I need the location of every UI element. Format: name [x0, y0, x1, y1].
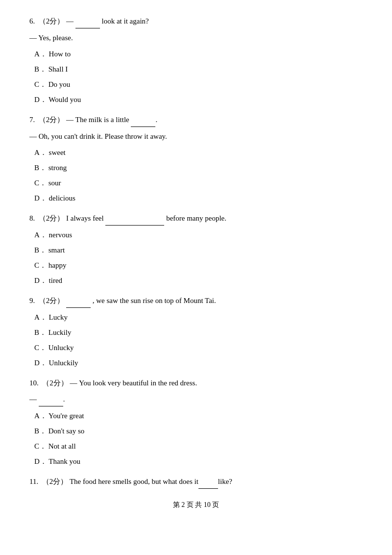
option-8-c: C． happy: [29, 259, 363, 272]
option-10-d: D． Thank you: [29, 455, 363, 468]
question-8: 8. （2分） I always feel before many people…: [29, 212, 363, 287]
option-7-d: D． delicious: [29, 192, 363, 205]
option-7-a: A． sweet: [29, 146, 363, 159]
question-6-dialog: — Yes, please.: [29, 31, 363, 45]
option-7-b: B． strong: [29, 161, 363, 175]
question-9: 9. （2分） , we saw the sun rise on top of …: [29, 294, 363, 370]
option-6-d: D． Would you: [29, 93, 363, 106]
option-6-c: C． Do you: [29, 78, 363, 91]
question-9-text: 9. （2分） , we saw the sun rise on top of …: [29, 294, 363, 308]
option-6-a: A． How to: [29, 48, 363, 61]
question-10-dialog2: — .: [29, 393, 363, 406]
question-10-text: 10. （2分） — You look very beautiful in th…: [29, 377, 363, 390]
option-7-c: C． sour: [29, 177, 363, 190]
option-8-d: D． tired: [29, 274, 363, 287]
option-9-b: B． Luckily: [29, 326, 363, 339]
option-9-d: D． Unluckily: [29, 356, 363, 370]
question-7: 7. （2分） — The milk is a little . — Oh, y…: [29, 113, 363, 205]
question-6: 6. （2分） — look at it again? — Yes, pleas…: [29, 15, 363, 106]
question-11: 11. （2分） The food here smells good, but …: [29, 475, 363, 489]
question-7-text: 7. （2分） — The milk is a little .: [29, 113, 363, 127]
question-11-text: 11. （2分） The food here smells good, but …: [29, 475, 363, 489]
option-8-a: A． nervous: [29, 228, 363, 242]
question-8-text: 8. （2分） I always feel before many people…: [29, 212, 363, 226]
question-10: 10. （2分） — You look very beautiful in th…: [29, 377, 363, 468]
option-10-b: B． Don't say so: [29, 425, 363, 438]
option-9-a: A． Lucky: [29, 311, 363, 324]
question-6-text: 6. （2分） — look at it again?: [29, 15, 363, 28]
option-10-a: A． You're great: [29, 409, 363, 423]
option-6-b: B． Shall I: [29, 63, 363, 76]
option-9-c: C． Unlucky: [29, 341, 363, 354]
page-footer: 第 2 页 共 10 页: [29, 499, 363, 511]
option-10-c: C． Not at all: [29, 440, 363, 453]
option-8-b: B． smart: [29, 244, 363, 257]
question-7-dialog: — Oh, you can't drink it. Please throw i…: [29, 130, 363, 143]
